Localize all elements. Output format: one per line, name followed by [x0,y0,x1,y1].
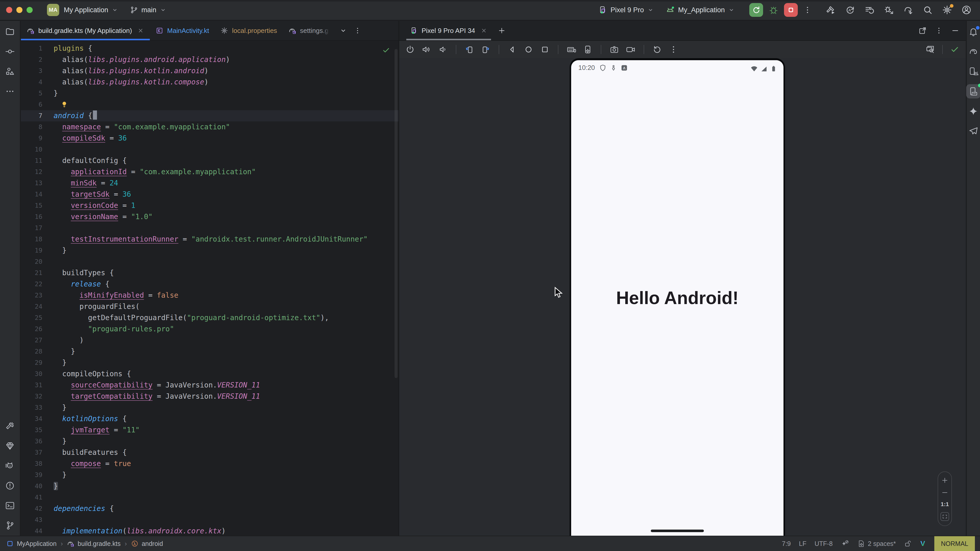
code-line-40[interactable]: 40} [21,481,399,492]
code-line-39[interactable]: 39 } [21,469,399,481]
code-line-42[interactable]: 42dependencies { [21,503,399,514]
caret-position-widget[interactable]: 7:9 [782,540,791,548]
device-screen[interactable]: 10:20 Hello Android! [571,60,783,536]
project-icon[interactable] [5,27,15,37]
code-line-11[interactable]: 11 defaultConfig { [21,155,399,166]
screenshot-icon[interactable] [609,44,619,54]
build-icon[interactable] [5,421,15,431]
chevron-down-icon[interactable] [339,27,347,35]
code-line-34[interactable]: 34 kotlinOptions { [21,413,399,424]
keyboard-icon[interactable] [566,44,576,54]
code-line-25[interactable]: 25 getDefaultProguardFile("proguard-andr… [21,312,399,324]
zoom-out-icon[interactable] [941,489,948,496]
device-selector[interactable]: Pixel 9 Pro [598,5,654,14]
readonly-unlocked-icon[interactable] [904,540,912,548]
code-line-28[interactable]: 28 } [21,346,399,357]
branch-switcher[interactable]: main [130,6,167,14]
code-line-1[interactable]: 1plugins { [21,43,399,54]
reload-icon[interactable] [845,5,856,15]
code-line-41[interactable]: 41 [21,492,399,503]
code-line-13[interactable]: 13 minSdk = 24 [21,178,399,189]
minimize-window-button[interactable] [16,7,22,13]
hide-icon[interactable] [951,26,959,35]
attach-debugger-icon[interactable] [883,5,894,15]
tab-settings-gradle[interactable]: settings.g [283,21,334,40]
tab-local-properties[interactable]: local.properties [215,21,283,40]
code-line-16[interactable]: 16 versionName = "1.0" [21,211,399,222]
debug-button[interactable] [768,5,779,15]
logcat-icon[interactable] [5,461,15,471]
code-line-12[interactable]: 12 applicationId = "com.example.myapplic… [21,166,399,178]
home-icon[interactable] [524,44,533,54]
zoom-to-fit-button[interactable] [940,512,949,521]
volume-down-icon[interactable] [438,44,448,54]
zoom-ratio-label[interactable]: 1:1 [941,501,949,508]
code-line-38[interactable]: 38 compose = true [21,458,399,469]
code-line-18[interactable]: 18 testInstrumentationRunner = "androidx… [21,233,399,245]
breadcrumb-item-myapplication[interactable]: MyApplication [6,540,57,548]
code-line-24[interactable]: 24 proguardFiles( [21,301,399,312]
code-line-15[interactable]: 15 versionCode = 1 [21,200,399,211]
code-line-37[interactable]: 37 buildFeatures { [21,447,399,458]
overview-icon[interactable] [540,44,550,54]
code-line-19[interactable]: 19 } [21,245,399,256]
code-line-22[interactable]: 22 release { [21,279,399,290]
gradle-icon[interactable] [968,46,978,57]
code-line-3[interactable]: 3 alias(libs.plugins.kotlin.android) [21,65,399,76]
close-tab-icon[interactable] [137,27,144,34]
stop-button[interactable] [784,3,798,17]
volume-up-icon[interactable] [422,44,431,54]
settings-icon[interactable] [942,5,953,15]
zoom-in-icon[interactable] [941,476,948,484]
restart-icon[interactable] [652,44,662,54]
code-line-36[interactable]: 36 } [21,436,399,447]
device-manager-icon[interactable] [968,66,978,76]
more-run-options-icon[interactable] [803,5,812,14]
code-line-8[interactable]: 8 namespace = "com.example.myapplication… [21,121,399,133]
app-insights-icon[interactable] [968,126,978,136]
breadcrumb-item-android[interactable]: android [131,540,163,548]
ideavim-logo[interactable]: V [920,540,925,548]
power-icon[interactable] [405,44,415,54]
code-line-9[interactable]: 9 compileSdk = 36 [21,133,399,144]
code-line-21[interactable]: 21 buildTypes { [21,267,399,279]
rotate-left-icon[interactable] [465,44,474,54]
code-line-26[interactable]: 26 "proguard-rules.pro" [21,324,399,335]
close-window-button[interactable] [6,7,12,13]
commit-icon[interactable] [5,46,15,57]
code-line-14[interactable]: 14 targetSdk = 36 [21,189,399,200]
code-line-27[interactable]: 27 ) [21,335,399,346]
vim-mode-badge[interactable]: NORMAL [934,536,975,551]
more-icon[interactable] [669,44,678,54]
layout-inspector-icon[interactable] [925,44,935,54]
notifications-icon[interactable] [968,27,978,37]
build-run-icon[interactable] [825,5,836,15]
back-icon[interactable] [508,44,517,54]
rerun-button[interactable] [749,3,763,17]
terminal-icon[interactable] [5,500,15,511]
run-configuration-selector[interactable]: My_Application [665,5,735,15]
code-line-5[interactable]: 5} [21,88,399,99]
running-devices-icon[interactable] [966,84,980,98]
structure-icon[interactable] [5,66,15,76]
code-line-10[interactable]: 10 [21,144,399,155]
version-control-icon[interactable] [5,520,15,530]
editor-scrollbar[interactable] [395,49,398,378]
code-line-17[interactable]: 17 [21,222,399,233]
code-line-23[interactable]: 23 isMinifyEnabled = false [21,290,399,301]
gradle-sync-icon[interactable] [903,5,914,15]
screen-record-icon[interactable] [626,44,635,54]
build-variants-icon[interactable] [5,441,15,451]
code-line-20[interactable]: 20 [21,256,399,267]
indent-widget[interactable]: 2 spaces* [857,540,896,548]
more-tools-icon[interactable] [5,86,15,97]
inspections-ok-check-icon[interactable] [382,46,390,55]
code-line-6[interactable]: 6 [21,99,399,110]
gesture-navigation-handle[interactable] [651,530,704,532]
gemini-icon[interactable] [968,106,978,116]
code-line-4[interactable]: 4 alias(libs.plugins.kotlin.compose) [21,76,399,88]
code-line-31[interactable]: 31 sourceCompatibility = JavaVersion.VER… [21,380,399,391]
problems-icon[interactable] [5,481,15,491]
code-editor[interactable]: 1plugins {2 alias(libs.plugins.android.a… [21,41,399,536]
quickfix-bulb-icon[interactable] [60,100,68,108]
